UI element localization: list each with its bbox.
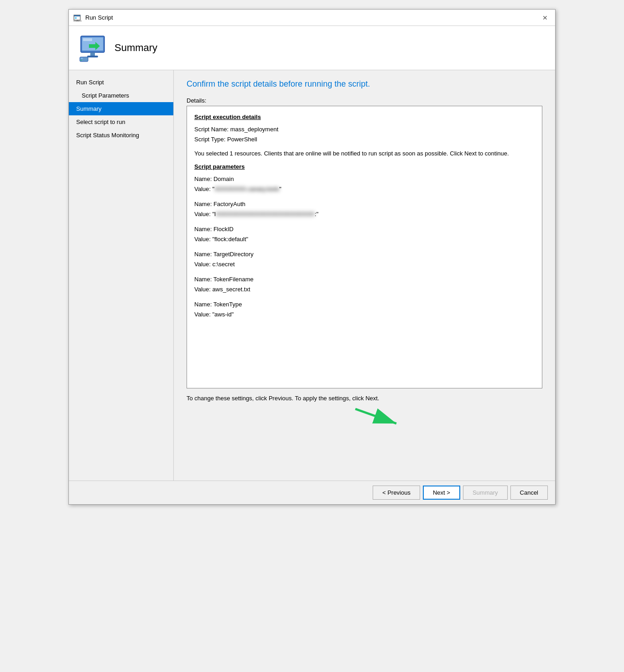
param-flockid-name: Name: FlockID <box>194 225 535 234</box>
window-icon <box>73 14 82 22</box>
computer-icon <box>78 33 107 62</box>
content-area: Confirm the script details before runnin… <box>174 70 555 481</box>
details-box[interactable]: Script execution details Script Name: ma… <box>187 106 542 388</box>
param-targetdir-value: Value: c:\secret <box>194 260 535 269</box>
details-label: Details: <box>187 97 542 104</box>
param-domain-name: Name: Domain <box>194 175 535 184</box>
param-tokenfilename-name: Name: TokenFilename <box>194 275 535 284</box>
svg-rect-5 <box>76 21 79 21</box>
title-bar-text: Run Script <box>85 14 113 21</box>
param-targetdir-name: Name: TargetDirectory <box>194 250 535 259</box>
title-bar: Run Script ✕ <box>69 10 555 26</box>
cancel-button[interactable]: Cancel <box>510 486 548 500</box>
param-flockid-value: Value: "flock:default" <box>194 235 535 244</box>
svg-rect-11 <box>87 56 98 57</box>
arrow-container <box>214 404 542 427</box>
param-targetdirectory-section: Name: TargetDirectory Value: c:\secret <box>194 250 535 269</box>
svg-rect-12 <box>80 57 88 62</box>
param-tokentype-name: Name: TokenType <box>194 300 535 309</box>
svg-line-16 <box>355 409 396 424</box>
param-tokentype-section: Name: TokenType Value: "aws-id" <box>194 300 535 319</box>
param-domain-value: Value: "XXXXXXXX.canary.tools" <box>194 185 535 194</box>
svg-rect-2 <box>75 17 77 19</box>
param-factoryauth-section: Name: FactoryAuth Value: "lXXXXXXXXXXXXX… <box>194 200 535 218</box>
script-params-title: Script parameters <box>194 163 535 170</box>
sidebar-item-script-status[interactable]: Script Status Monitoring <box>69 129 173 142</box>
sidebar-item-summary[interactable]: Summary <box>69 102 173 115</box>
param-flockid-section: Name: FlockID Value: "flock:default" <box>194 225 535 243</box>
param-tokenfilename-section: Name: TokenFilename Value: aws_secret.tx… <box>194 275 535 294</box>
svg-rect-13 <box>81 58 83 59</box>
description-paragraph: You selected 1 resources. Clients that a… <box>194 150 535 157</box>
domain-value-blurred: XXXXXXXX.canary.tools <box>214 186 279 192</box>
title-bar-left: Run Script <box>73 14 113 22</box>
summary-button: Summary <box>463 486 508 500</box>
factoryauth-value-blurred: XXXXXXXXXXXXXXXXXXXXXXXXX <box>216 211 315 217</box>
content-heading: Confirm the script details before runnin… <box>187 79 542 89</box>
param-factoryauth-name: Name: FactoryAuth <box>194 200 535 209</box>
button-bar: < Previous Next > Summary Cancel <box>69 481 555 504</box>
footer-text: To change these settings, click Previous… <box>187 395 542 402</box>
execution-details-title: Script execution details <box>194 114 535 120</box>
svg-rect-8 <box>83 38 92 41</box>
sidebar-item-select-script[interactable]: Select script to run <box>69 115 173 129</box>
script-params-section: Script parameters Name: Domain Value: "X… <box>194 163 535 193</box>
next-button[interactable]: Next > <box>423 486 460 500</box>
param-factoryauth-value: Value: "lXXXXXXXXXXXXXXXXXXXXXXXXX:" <box>194 210 535 219</box>
main-body: Run Script Script Parameters Summary Sel… <box>69 70 555 481</box>
main-window: Run Script ✕ Summary <box>68 9 556 505</box>
svg-point-14 <box>81 60 82 61</box>
sidebar-item-script-parameters[interactable]: Script Parameters <box>69 89 173 102</box>
svg-rect-10 <box>90 52 95 56</box>
param-tokenfilename-value: Value: aws_secret.txt <box>194 285 535 294</box>
script-type-line: Script Type: PowerShell <box>194 135 535 144</box>
svg-rect-1 <box>74 15 80 16</box>
green-arrow <box>351 404 406 427</box>
script-name-line: Script Name: mass_deployment <box>194 125 535 134</box>
sidebar-item-run-script[interactable]: Run Script <box>69 76 173 89</box>
header-title: Summary <box>114 42 157 54</box>
sidebar: Run Script Script Parameters Summary Sel… <box>69 70 174 481</box>
execution-details-section: Script execution details Script Name: ma… <box>194 114 535 144</box>
param-tokentype-value: Value: "aws-id" <box>194 310 535 319</box>
header-area: Summary <box>69 26 555 70</box>
previous-button[interactable]: < Previous <box>373 486 420 500</box>
close-button[interactable]: ✕ <box>540 12 551 23</box>
